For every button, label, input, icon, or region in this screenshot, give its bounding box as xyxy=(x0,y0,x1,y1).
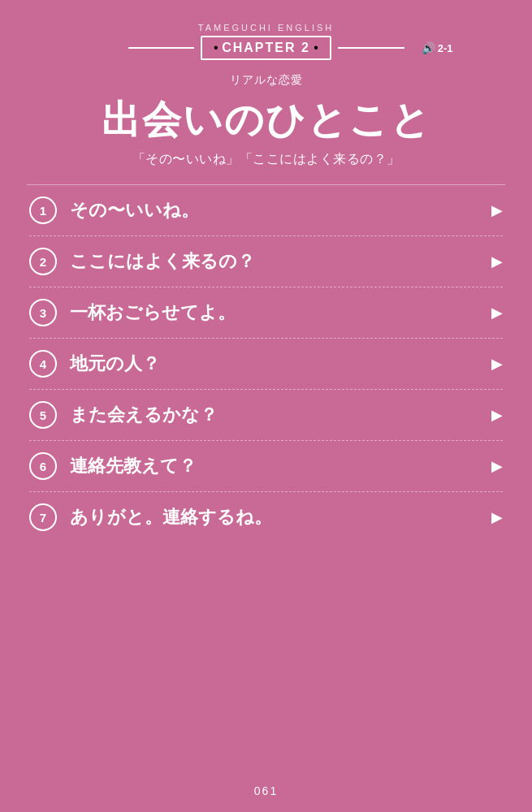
item-text: また会えるかな？ xyxy=(70,403,218,427)
item-text: 一杯おごらせてよ。 xyxy=(70,300,236,325)
number-circle: 2 xyxy=(29,248,57,275)
item-text: 連絡先教えて？ xyxy=(70,454,197,478)
list-item-left: 3 一杯おごらせてよ。 xyxy=(29,299,236,326)
arrow-right-icon: ▶ xyxy=(491,253,503,270)
number-circle: 1 xyxy=(29,197,57,224)
number-circle: 3 xyxy=(29,299,57,326)
arrow-right-icon: ▶ xyxy=(491,406,503,424)
chapter-dot-right: • xyxy=(314,41,318,54)
number-circle: 6 xyxy=(29,452,57,480)
arrow-right-icon: ▶ xyxy=(491,355,503,373)
header-divider xyxy=(27,184,506,185)
main-title: 出会いのひとこと xyxy=(102,94,431,146)
chapter-title: CHAPTER 2 xyxy=(222,41,310,54)
list-item-left: 1 その〜いいね。 xyxy=(29,197,199,224)
number-circle: 4 xyxy=(29,350,57,378)
arrow-right-icon: ▶ xyxy=(491,508,503,526)
number-circle: 7 xyxy=(29,503,57,531)
list-item[interactable]: 3 一杯おごらせてよ。 ▶ xyxy=(29,287,503,339)
phrase-list: 1 その〜いいね。 ▶ 2 ここにはよく来るの？ ▶ 3 一杯おごらせてよ。 ▶… xyxy=(0,185,532,773)
item-text: ありがと。連絡するね。 xyxy=(70,505,272,529)
list-item-left: 5 また会えるかな？ xyxy=(29,401,218,429)
arrow-right-icon: ▶ xyxy=(491,457,503,475)
page-header: TAMEGUCHI ENGLISH • CHAPTER 2 • 🔊 2-1 リア… xyxy=(0,0,532,185)
item-text: 地元の人？ xyxy=(70,352,160,376)
chapter-banner: • CHAPTER 2 • 🔊 2-1 xyxy=(128,36,404,60)
chapter-title-box: • CHAPTER 2 • xyxy=(201,36,331,60)
speaker-icon: 🔊 xyxy=(422,41,435,54)
chapter-line-left xyxy=(128,47,195,49)
list-item-left: 2 ここにはよく来るの？ xyxy=(29,248,255,275)
subtitle-japanese: リアルな恋愛 xyxy=(230,73,303,88)
page-number: 061 xyxy=(254,784,278,797)
list-item[interactable]: 2 ここにはよく来るの？ ▶ xyxy=(29,236,503,287)
list-item[interactable]: 6 連絡先教えて？ ▶ xyxy=(29,441,503,492)
item-text: その〜いいね。 xyxy=(70,198,199,222)
chapter-dot-left: • xyxy=(214,41,222,54)
list-item[interactable]: 1 その〜いいね。 ▶ xyxy=(29,185,503,236)
list-item-left: 6 連絡先教えて？ xyxy=(29,452,197,480)
list-item[interactable]: 7 ありがと。連絡するね。 ▶ xyxy=(29,492,503,542)
list-item-left: 4 地元の人？ xyxy=(29,350,160,378)
tameguchi-label: TAMEGUCHI ENGLISH xyxy=(198,23,335,32)
list-item-left: 7 ありがと。連絡するね。 xyxy=(29,503,272,531)
list-item[interactable]: 4 地元の人？ ▶ xyxy=(29,339,503,390)
audio-track: 2-1 xyxy=(438,42,453,54)
list-item[interactable]: 5 また会えるかな？ ▶ xyxy=(29,390,503,441)
item-text: ここにはよく来るの？ xyxy=(70,249,255,274)
chapter-line-right xyxy=(338,47,404,49)
page-footer: 061 xyxy=(0,773,532,812)
arrow-right-icon: ▶ xyxy=(491,304,503,322)
number-circle: 5 xyxy=(29,401,57,429)
audio-badge[interactable]: 🔊 2-1 xyxy=(422,41,453,54)
arrow-right-icon: ▶ xyxy=(491,201,503,219)
sub-phrases: 「その〜いいね」「ここにはよく来るの？」 xyxy=(132,151,400,168)
